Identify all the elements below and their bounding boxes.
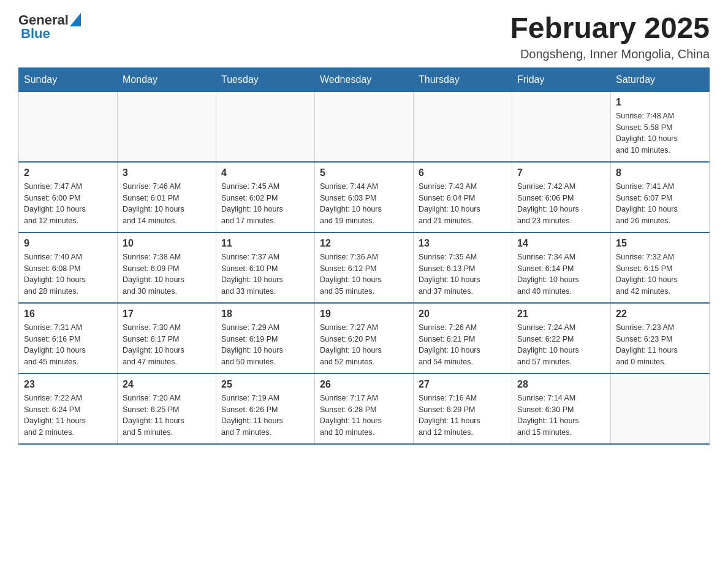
- calendar-cell: 14Sunrise: 7:34 AM Sunset: 6:14 PM Dayli…: [512, 232, 611, 303]
- calendar-cell: 27Sunrise: 7:16 AM Sunset: 6:29 PM Dayli…: [414, 373, 512, 444]
- calendar-week-1: 1Sunrise: 7:48 AM Sunset: 5:58 PM Daylig…: [19, 91, 710, 162]
- calendar-week-3: 9Sunrise: 7:40 AM Sunset: 6:08 PM Daylig…: [19, 232, 710, 303]
- calendar-cell: 6Sunrise: 7:43 AM Sunset: 6:04 PM Daylig…: [414, 162, 512, 232]
- calendar-cell: 13Sunrise: 7:35 AM Sunset: 6:13 PM Dayli…: [414, 232, 512, 303]
- month-title: February 2025: [510, 12, 710, 45]
- calendar-header-row: Sunday Monday Tuesday Wednesday Thursday…: [19, 67, 710, 91]
- day-info: Sunrise: 7:43 AM Sunset: 6:04 PM Dayligh…: [419, 181, 507, 227]
- svg-marker-0: [70, 13, 81, 26]
- day-info: Sunrise: 7:19 AM Sunset: 6:26 PM Dayligh…: [221, 393, 309, 439]
- day-number: 18: [221, 308, 309, 320]
- location-title: Dongsheng, Inner Mongolia, China: [510, 47, 710, 61]
- day-number: 12: [320, 238, 408, 249]
- day-number: 28: [517, 379, 605, 390]
- calendar-cell: 7Sunrise: 7:42 AM Sunset: 6:06 PM Daylig…: [512, 162, 611, 232]
- calendar-cell: [216, 91, 315, 162]
- calendar-cell: 4Sunrise: 7:45 AM Sunset: 6:02 PM Daylig…: [216, 162, 315, 232]
- col-header-sunday: Sunday: [19, 67, 118, 91]
- calendar-cell: 21Sunrise: 7:24 AM Sunset: 6:22 PM Dayli…: [512, 303, 611, 373]
- calendar-cell: 3Sunrise: 7:46 AM Sunset: 6:01 PM Daylig…: [118, 162, 216, 232]
- logo-blue-text: Blue: [21, 26, 50, 42]
- day-info: Sunrise: 7:30 AM Sunset: 6:17 PM Dayligh…: [123, 322, 211, 368]
- col-header-saturday: Saturday: [611, 67, 710, 91]
- day-info: Sunrise: 7:37 AM Sunset: 6:10 PM Dayligh…: [221, 251, 309, 297]
- day-number: 21: [517, 308, 605, 320]
- day-info: Sunrise: 7:16 AM Sunset: 6:29 PM Dayligh…: [419, 393, 507, 439]
- logo-triangle-icon: [70, 13, 83, 26]
- day-info: Sunrise: 7:45 AM Sunset: 6:02 PM Dayligh…: [221, 181, 309, 227]
- day-info: Sunrise: 7:40 AM Sunset: 6:08 PM Dayligh…: [24, 251, 112, 297]
- day-info: Sunrise: 7:26 AM Sunset: 6:21 PM Dayligh…: [419, 322, 507, 368]
- calendar-cell: [315, 91, 414, 162]
- day-info: Sunrise: 7:27 AM Sunset: 6:20 PM Dayligh…: [320, 322, 408, 368]
- calendar-cell: 2Sunrise: 7:47 AM Sunset: 6:00 PM Daylig…: [19, 162, 118, 232]
- day-info: Sunrise: 7:17 AM Sunset: 6:28 PM Dayligh…: [320, 393, 408, 439]
- calendar-table: Sunday Monday Tuesday Wednesday Thursday…: [18, 67, 710, 445]
- calendar-cell: [611, 373, 710, 444]
- day-info: Sunrise: 7:46 AM Sunset: 6:01 PM Dayligh…: [123, 181, 211, 227]
- calendar-cell: 8Sunrise: 7:41 AM Sunset: 6:07 PM Daylig…: [611, 162, 710, 232]
- calendar-cell: 11Sunrise: 7:37 AM Sunset: 6:10 PM Dayli…: [216, 232, 315, 303]
- day-number: 20: [419, 308, 507, 320]
- day-info: Sunrise: 7:38 AM Sunset: 6:09 PM Dayligh…: [123, 251, 211, 297]
- calendar-week-4: 16Sunrise: 7:31 AM Sunset: 6:16 PM Dayli…: [19, 303, 710, 373]
- day-info: Sunrise: 7:32 AM Sunset: 6:15 PM Dayligh…: [616, 251, 704, 297]
- day-number: 22: [616, 308, 704, 320]
- calendar-cell: 12Sunrise: 7:36 AM Sunset: 6:12 PM Dayli…: [315, 232, 414, 303]
- calendar-cell: [414, 91, 512, 162]
- day-number: 17: [123, 308, 211, 320]
- day-info: Sunrise: 7:47 AM Sunset: 6:00 PM Dayligh…: [24, 181, 112, 227]
- calendar-cell: 24Sunrise: 7:20 AM Sunset: 6:25 PM Dayli…: [118, 373, 216, 444]
- calendar-cell: 26Sunrise: 7:17 AM Sunset: 6:28 PM Dayli…: [315, 373, 414, 444]
- day-number: 19: [320, 308, 408, 320]
- calendar-week-2: 2Sunrise: 7:47 AM Sunset: 6:00 PM Daylig…: [19, 162, 710, 232]
- col-header-tuesday: Tuesday: [216, 67, 315, 91]
- calendar-cell: 18Sunrise: 7:29 AM Sunset: 6:19 PM Dayli…: [216, 303, 315, 373]
- calendar-cell: 22Sunrise: 7:23 AM Sunset: 6:23 PM Dayli…: [611, 303, 710, 373]
- calendar-cell: [19, 91, 118, 162]
- day-number: 16: [24, 308, 112, 320]
- col-header-friday: Friday: [512, 67, 611, 91]
- col-header-monday: Monday: [118, 67, 216, 91]
- day-number: 10: [123, 238, 211, 249]
- calendar-cell: 15Sunrise: 7:32 AM Sunset: 6:15 PM Dayli…: [611, 232, 710, 303]
- col-header-thursday: Thursday: [414, 67, 512, 91]
- logo: General Blue: [18, 12, 83, 42]
- day-info: Sunrise: 7:24 AM Sunset: 6:22 PM Dayligh…: [517, 322, 605, 368]
- day-info: Sunrise: 7:48 AM Sunset: 5:58 PM Dayligh…: [616, 110, 704, 156]
- day-number: 26: [320, 379, 408, 390]
- day-number: 3: [123, 167, 211, 178]
- day-number: 25: [221, 379, 309, 390]
- calendar-cell: 25Sunrise: 7:19 AM Sunset: 6:26 PM Dayli…: [216, 373, 315, 444]
- day-info: Sunrise: 7:14 AM Sunset: 6:30 PM Dayligh…: [517, 393, 605, 439]
- calendar-cell: 16Sunrise: 7:31 AM Sunset: 6:16 PM Dayli…: [19, 303, 118, 373]
- calendar-cell: 1Sunrise: 7:48 AM Sunset: 5:58 PM Daylig…: [611, 91, 710, 162]
- day-number: 23: [24, 379, 112, 390]
- day-number: 15: [616, 238, 704, 249]
- day-number: 14: [517, 238, 605, 249]
- day-number: 5: [320, 167, 408, 178]
- day-info: Sunrise: 7:23 AM Sunset: 6:23 PM Dayligh…: [616, 322, 704, 368]
- calendar-cell: 28Sunrise: 7:14 AM Sunset: 6:30 PM Dayli…: [512, 373, 611, 444]
- day-number: 24: [123, 379, 211, 390]
- calendar-cell: 5Sunrise: 7:44 AM Sunset: 6:03 PM Daylig…: [315, 162, 414, 232]
- calendar-cell: 17Sunrise: 7:30 AM Sunset: 6:17 PM Dayli…: [118, 303, 216, 373]
- day-info: Sunrise: 7:20 AM Sunset: 6:25 PM Dayligh…: [123, 393, 211, 439]
- day-info: Sunrise: 7:42 AM Sunset: 6:06 PM Dayligh…: [517, 181, 605, 227]
- day-info: Sunrise: 7:34 AM Sunset: 6:14 PM Dayligh…: [517, 251, 605, 297]
- day-number: 9: [24, 238, 112, 249]
- day-info: Sunrise: 7:31 AM Sunset: 6:16 PM Dayligh…: [24, 322, 112, 368]
- title-section: February 2025 Dongsheng, Inner Mongolia,…: [510, 12, 710, 61]
- day-number: 11: [221, 238, 309, 249]
- day-number: 8: [616, 167, 704, 178]
- day-number: 27: [419, 379, 507, 390]
- day-number: 6: [419, 167, 507, 178]
- day-info: Sunrise: 7:29 AM Sunset: 6:19 PM Dayligh…: [221, 322, 309, 368]
- day-number: 7: [517, 167, 605, 178]
- day-info: Sunrise: 7:22 AM Sunset: 6:24 PM Dayligh…: [24, 393, 112, 439]
- calendar-cell: [512, 91, 611, 162]
- calendar-cell: 10Sunrise: 7:38 AM Sunset: 6:09 PM Dayli…: [118, 232, 216, 303]
- day-number: 4: [221, 167, 309, 178]
- calendar-cell: [118, 91, 216, 162]
- calendar-cell: 19Sunrise: 7:27 AM Sunset: 6:20 PM Dayli…: [315, 303, 414, 373]
